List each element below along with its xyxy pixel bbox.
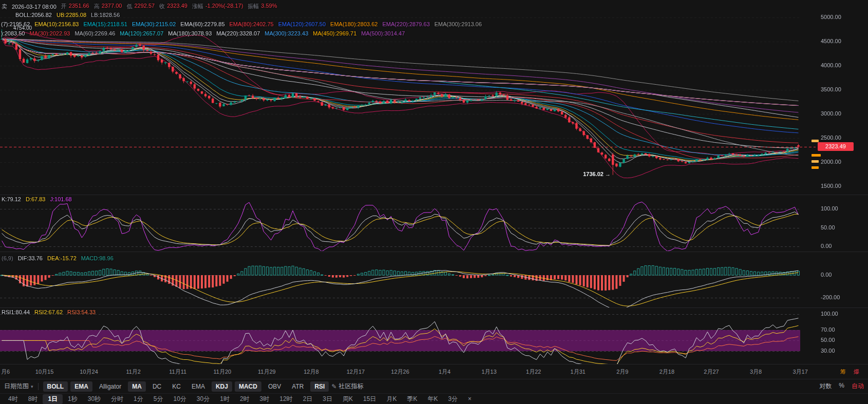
timeframe-10分[interactable]: 10分 (168, 394, 191, 404)
indicator-button-alligator[interactable]: Alligator (95, 381, 125, 392)
price-axis[interactable]: 5000.004500.004000.003500.003000.002500.… (821, 0, 868, 364)
timeframe-bar: 4时8时1日1秒30秒分时1分5分10分30分1时2时3时12时2日3日周K15… (0, 393, 868, 404)
candle-datetime: 2026-03-17 08:00 (12, 4, 56, 10)
ma-legend-item: MA(120):2657.07 (120, 30, 163, 36)
indicator-button-kdj[interactable]: KDJ (212, 381, 232, 392)
order-marker[interactable] (812, 160, 819, 163)
date-range-button[interactable]: 日期范围▾ (4, 382, 33, 391)
indicator-button-boll[interactable]: BOLL (43, 381, 68, 392)
timeframe-1分[interactable]: 1分 (128, 394, 148, 404)
ohlc-field-label: 开 (61, 3, 67, 10)
indicator-button-kc[interactable]: KC (168, 381, 185, 392)
order-marker[interactable] (812, 166, 819, 169)
indicator-button-dc[interactable]: DC (148, 381, 165, 392)
date-label: 1月22 (526, 368, 541, 376)
timeframe-3分[interactable]: 3分 (443, 394, 463, 404)
indicator-button-ema[interactable]: EMA (70, 381, 92, 392)
date-label: 11月2 (126, 368, 141, 376)
timeframe-5分[interactable]: 5分 (148, 394, 168, 404)
sell-label[interactable]: 卖 (2, 3, 7, 10)
timeframe-15日[interactable]: 15日 (358, 394, 381, 404)
ema-legend-item: EMA(60):2279.85 (180, 21, 224, 27)
ohlc-field-value: 2377.00 (102, 3, 122, 10)
indicator-button-macd[interactable]: MACD (235, 381, 261, 392)
ma-legend-item: MA(500):3014.47 (361, 30, 405, 36)
timeframe-8时[interactable]: 8时 (23, 394, 43, 404)
ema-legend-item: EMA(10):2156.83 (34, 21, 79, 27)
ohlc-field-value: 2292.57 (134, 3, 155, 10)
timeframe-3日[interactable]: 3日 (317, 394, 337, 404)
ema-legend-item: EMA(180):2803.62 (330, 21, 378, 27)
macd-tick-label: -200.00 (821, 294, 840, 300)
kdj-legend-item: K:79.12 (2, 196, 21, 202)
timeframe-2时[interactable]: 2时 (235, 394, 255, 404)
timeframe-3时[interactable]: 3时 (255, 394, 275, 404)
boll-legend-item: LB:1828.56 (91, 12, 120, 18)
macd-legend-item: MACD:98.96 (81, 255, 114, 261)
ohlc-field: 高2377.00 (94, 3, 122, 10)
timeframe-季K[interactable]: 季K (402, 394, 422, 404)
ema-legend-item: EMA(30):2115.02 (132, 21, 176, 27)
ohlc-field-label: 低 (126, 3, 132, 10)
date-axis[interactable]: 月610月1510月2411月211月1111月2011月2912月812月17… (0, 364, 868, 379)
indicator-button-ma[interactable]: MA (128, 381, 146, 392)
timeframe-1日[interactable]: 1日 (43, 394, 63, 404)
order-marker[interactable] (812, 154, 821, 157)
indicator-button-ema[interactable]: EMA (187, 381, 209, 392)
scale-controls: 对数%自动 (819, 382, 864, 391)
chevron-down-icon: ▾ (31, 384, 33, 389)
candlestick-chart-canvas[interactable] (0, 0, 868, 364)
date-range-label: 日期范围 (4, 382, 29, 391)
kdj-tick-label: 100.00 (821, 205, 838, 211)
community-indicators-button[interactable]: ✎社区指标 (331, 382, 363, 391)
ohlc-field-value: -1.20%(-28.17) (205, 3, 243, 10)
ma-legend-row: ):2083.50MA(30):2022.93MA(60):2269.46MA(… (1, 30, 405, 36)
indicator-button-obv[interactable]: OBV (264, 381, 285, 392)
rsi-legend-row: RSI1:80.44RSI2:67.62RSI3:54.33 (2, 309, 96, 315)
timeframe-1秒[interactable]: 1秒 (63, 394, 83, 404)
timeframe-close-button[interactable]: × (463, 395, 477, 403)
timeframe-30秒[interactable]: 30秒 (83, 394, 106, 404)
date-label: 1月13 (481, 368, 496, 376)
boll-legend-row: BOLL:2056.82UB:2285.08LB:1828.56 (15, 12, 120, 18)
timeframe-年K[interactable]: 年K (422, 394, 443, 404)
ma-legend-item: MA(300):3223.43 (265, 30, 308, 36)
date-label: 月6 (1, 368, 10, 376)
timeframe-4时[interactable]: 4时 (3, 394, 23, 404)
timeframe-分时[interactable]: 分时 (106, 394, 128, 404)
date-label: 3月17 (792, 368, 807, 376)
auto-scale-toggle[interactable]: 自动 (852, 382, 864, 391)
kdj-legend-row: K:79.12D:67.83J:101.68 (2, 196, 72, 202)
ma-legend-item: MA(30):2022.93 (29, 30, 70, 36)
indicator-button-rsi[interactable]: RSI (310, 381, 329, 392)
toolbar-divider (38, 383, 39, 390)
rsi-tick-label: 30.00 (821, 348, 835, 354)
ohlc-field: 收2323.49 (159, 3, 187, 10)
liquidation-toggle[interactable]: 爆 (854, 368, 859, 376)
trading-chart-app: 卖2026-03-17 08:00开2351.66高2377.00低2292.5… (0, 0, 868, 404)
ma-legend-item: MA(450):2969.71 (313, 30, 356, 36)
indicator-toolbar: 日期范围▾BOLLEMAAlligatorMADCKCEMAKDJMACDOBV… (0, 379, 868, 393)
percent-scale-toggle[interactable]: % (839, 382, 844, 391)
timeframe-1时[interactable]: 1时 (215, 394, 235, 404)
macd-legend-row: (6,9)DIF:33.76DEA:-15.72MACD:98.96 (2, 255, 114, 261)
date-label: 11月11 (169, 368, 186, 376)
timeframe-12时[interactable]: 12时 (274, 394, 297, 404)
date-label: 11月20 (213, 368, 231, 376)
timeframe-30分[interactable]: 30分 (192, 394, 215, 404)
timeframe-月K[interactable]: 月K (381, 394, 402, 404)
timeframe-周K[interactable]: 周K (337, 394, 358, 404)
date-label: 12月17 (347, 368, 365, 376)
ohlc-field: 振幅3.59% (248, 3, 277, 10)
log-scale-toggle[interactable]: 对数 (819, 382, 832, 391)
ohlc-field: 低2292.57 (126, 3, 155, 10)
order-marker[interactable] (812, 140, 819, 142)
last-price-badge: 2323.49 (818, 142, 854, 151)
ma-legend-item: MA(220):3328.07 (216, 30, 260, 36)
indicator-button-atr[interactable]: ATR (288, 381, 308, 392)
ohlc-field-value: 2351.66 (69, 3, 89, 10)
ema-legend-item: EMA(15):2118.51 (83, 21, 127, 27)
ema-legend-item: EMA(220):2879.63 (382, 21, 429, 27)
timeframe-2日[interactable]: 2日 (298, 394, 318, 404)
chip-distribution-toggle[interactable]: 筹 (840, 368, 846, 376)
